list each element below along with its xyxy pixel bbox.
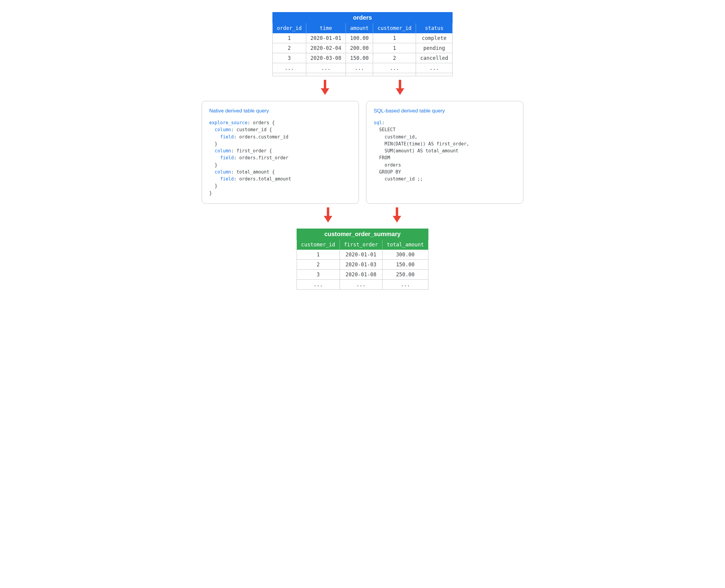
code-row: Native derived table query explore_sourc… xyxy=(196,101,529,204)
orders-header-time: time xyxy=(306,23,346,33)
summary-header-total_amount: total_amount xyxy=(382,239,429,249)
summary-table-title: customer_order_summary xyxy=(296,229,428,239)
arrow-down-icon xyxy=(324,207,332,223)
orders-header-row: order_id time amount customer_id status xyxy=(272,23,452,33)
arrow-row-2 xyxy=(324,207,401,223)
orders-header-customer_id: customer_id xyxy=(373,23,416,33)
table-row: 1 2020-01-01 100.00 1 complete xyxy=(272,33,452,43)
sql-query-box: SQL-based derived table query sql: SELEC… xyxy=(366,101,523,204)
native-query-code: explore_source: orders { column: custome… xyxy=(209,120,351,197)
summary-header-customer_id: customer_id xyxy=(296,239,339,249)
native-query-title: Native derived table query xyxy=(209,108,351,114)
table-row: 3 2020-03-08 150.00 2 cancelled xyxy=(272,53,452,63)
summary-header-first_order: first_order xyxy=(339,239,382,249)
summary-table: customer_order_summary customer_id first… xyxy=(296,229,429,290)
native-query-box: Native derived table query explore_sourc… xyxy=(202,101,359,204)
table-row-empty xyxy=(272,73,452,76)
orders-header-status: status xyxy=(416,23,453,33)
table-row: ... ... ... xyxy=(296,279,428,289)
arrow-down-icon xyxy=(393,207,401,223)
arrow-row-1 xyxy=(321,80,404,95)
table-row: 2 2020-01-03 150.00 xyxy=(296,259,428,269)
arrow-down-icon xyxy=(396,80,404,95)
orders-header-amount: amount xyxy=(346,23,373,33)
sql-query-title: SQL-based derived table query xyxy=(374,108,516,114)
orders-header-order_id: order_id xyxy=(272,23,306,33)
summary-header-row: customer_id first_order total_amount xyxy=(296,239,428,249)
table-row: 2 2020-02-04 200.00 1 pending xyxy=(272,43,452,53)
orders-table-title: orders xyxy=(272,13,452,23)
orders-table: orders order_id time amount customer_id … xyxy=(272,12,453,76)
arrow-down-icon xyxy=(321,80,329,95)
table-row: 3 2020-01-08 250.00 xyxy=(296,269,428,279)
sql-query-code: sql: SELECT customer_id, MIN(DATE(time))… xyxy=(374,120,516,183)
table-row: 1 2020-01-01 300.00 xyxy=(296,249,428,259)
diagram: orders order_id time amount customer_id … xyxy=(196,12,529,290)
table-row: ... ... ... ... ... xyxy=(272,63,452,73)
